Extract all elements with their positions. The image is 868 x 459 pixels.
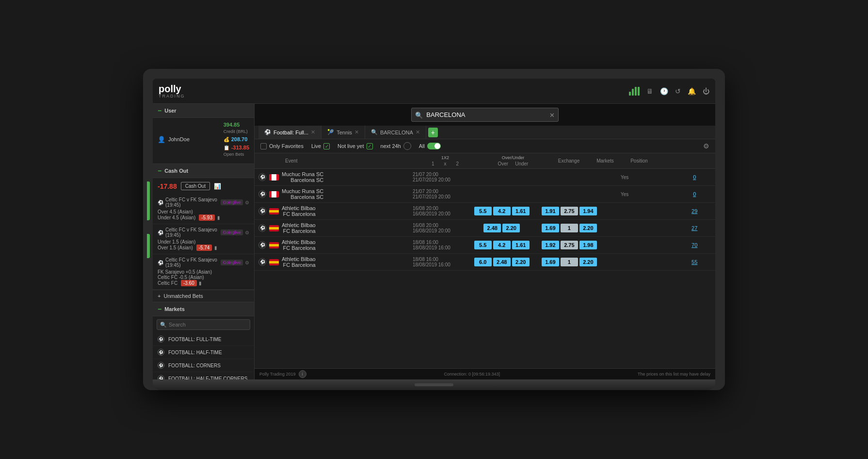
odds-mid-3[interactable]: 1	[561, 224, 578, 232]
odds-under-4[interactable]: 1.98	[579, 241, 597, 249]
odds-2-2[interactable]: 1.61	[512, 207, 530, 215]
market-item-3[interactable]: ⚽ FOOTBALL: HALF-TIME CORNERS	[153, 372, 254, 379]
logo-name: polly	[159, 84, 181, 94]
openbets-value: -313.85	[231, 145, 249, 150]
not-live-yet-checkmark[interactable]: ✓	[367, 143, 373, 149]
tab-football-close-icon[interactable]: ✕	[311, 129, 315, 135]
next-24h-toggle[interactable]	[403, 142, 411, 150]
header-col-over: Over	[498, 161, 509, 166]
tab-tennis-close-icon[interactable]: ✕	[354, 129, 359, 135]
position-link-2[interactable]: 29	[691, 208, 697, 214]
odds-over-3[interactable]: 1.69	[542, 224, 559, 232]
tab-football-fulltime[interactable]: ⚽ Football: Full... ✕	[258, 126, 321, 139]
bet-settings-icon-3[interactable]: ⚙	[245, 260, 249, 265]
filter-settings-icon[interactable]: ⚙	[703, 142, 709, 150]
position-link-0[interactable]: 0	[693, 174, 696, 180]
odds-x-3[interactable]: 2.20	[502, 224, 520, 232]
market-item-2[interactable]: ⚽ FOOTBALL: CORNERS	[153, 359, 254, 372]
only-favorites-checkbox[interactable]	[260, 143, 267, 149]
odds-mid-4[interactable]: 2.75	[561, 241, 578, 249]
global-search-bar: 🔍 ✕	[255, 104, 715, 126]
event-odds-ou-3: 1.69 1 2.20	[533, 224, 605, 232]
status-bar: Polly Trading 2019 i Connection: 0 [09:5…	[255, 368, 715, 379]
flag-es-4	[269, 242, 279, 248]
filter-all[interactable]: All	[419, 143, 441, 149]
odds-mid-5[interactable]: 1	[561, 258, 578, 266]
odds-over-2[interactable]: 1.91	[542, 207, 559, 215]
event-exchange-1: Yes	[605, 192, 643, 197]
odds-1-3[interactable]: 2.48	[483, 224, 501, 232]
sport-icon-2: ⚽	[258, 207, 266, 215]
odds-under-2[interactable]: 1.94	[579, 207, 597, 215]
filter-only-favorites[interactable]: Only Favorites	[260, 143, 304, 149]
balance-icon: 💰	[224, 137, 229, 142]
cashout-collapse-btn[interactable]: −	[158, 167, 161, 175]
bet-bar-icon-3[interactable]: ▮	[199, 280, 202, 286]
tab-barcelona-search-icon: 🔍	[371, 129, 378, 135]
monitor-icon[interactable]: 🖥	[646, 87, 653, 95]
event-away-1: Barcelona SC	[282, 194, 323, 200]
event-position-1: 0	[677, 191, 711, 197]
tabs-bar: ⚽ Football: Full... ✕ 🎾 Tennis ✕ 🔍 BARCE…	[255, 126, 715, 139]
openbets-icon: 📋	[224, 145, 229, 150]
filter-next-24h[interactable]: next 24h	[381, 142, 411, 150]
odds-1-4[interactable]: 5.5	[474, 241, 492, 249]
cashout-button[interactable]: Cash Out	[181, 182, 210, 190]
global-search-input[interactable]	[411, 108, 558, 122]
position-link-1[interactable]: 0	[693, 191, 696, 197]
bet-bar-icon-1[interactable]: ▮	[217, 215, 220, 220]
alert-icon[interactable]: 🔔	[688, 87, 696, 95]
odds-over-4[interactable]: 1.92	[542, 241, 559, 249]
header-1x2-group: 1X2 1 x 2	[414, 155, 477, 166]
tab-barcelona[interactable]: 🔍 BARCELONA ✕	[365, 126, 426, 139]
position-link-3[interactable]: 27	[691, 225, 697, 231]
global-search-clear-icon[interactable]: ✕	[549, 111, 555, 118]
bet-settings-icon-1[interactable]: ⚙	[245, 200, 249, 205]
cashout-section-label: Cash Out	[164, 168, 188, 174]
event-date-4: 18/08 16:00 18/08/2019 16:00	[413, 240, 470, 250]
odds-2-5[interactable]: 2.20	[512, 258, 530, 266]
bet-bar-icon-2[interactable]: ▮	[214, 245, 217, 250]
event-away-3: FC Barcelona	[282, 228, 316, 234]
tab-tennis[interactable]: 🎾 Tennis ✕	[321, 126, 365, 139]
odds-under-5[interactable]: 2.20	[579, 258, 597, 266]
bet-settings-icon-2[interactable]: ⚙	[245, 230, 249, 235]
odds-x-2[interactable]: 4.2	[493, 207, 511, 215]
odds-1-2[interactable]: 5.5	[474, 207, 492, 215]
odds-2-4[interactable]: 1.61	[512, 241, 530, 249]
odds-over-5[interactable]: 1.69	[542, 258, 559, 266]
odds-1-5[interactable]: 6.0	[474, 258, 492, 266]
unmatched-bets-section[interactable]: + Unmatched Bets	[153, 290, 254, 302]
filter-not-live-yet[interactable]: Not live yet ✓	[338, 143, 372, 149]
history-icon[interactable]: ↺	[675, 87, 681, 95]
power-icon[interactable]: ⏻	[703, 87, 709, 95]
events-table-header: Event 1X2 1 x 2	[255, 153, 715, 169]
markets-collapse-btn[interactable]: −	[158, 305, 161, 313]
odds-mid-2[interactable]: 2.75	[561, 207, 578, 215]
flag-es-5	[269, 259, 279, 265]
clock-icon[interactable]: 🕐	[660, 87, 668, 95]
filter-live[interactable]: Live ✓	[311, 143, 330, 149]
tab-football-label: Football: Full...	[273, 130, 308, 135]
add-tab-button[interactable]: +	[428, 128, 438, 137]
flag-es-2	[269, 208, 279, 214]
all-toggle[interactable]	[427, 143, 441, 149]
event-home-0: Muchuc Runa SC	[282, 171, 323, 177]
tab-barcelona-close-icon[interactable]: ✕	[416, 129, 420, 135]
event-home-3: Athletic Bilbao	[282, 222, 316, 228]
market-item-1[interactable]: ⚽ FOOTBALL: HALF-TIME	[153, 346, 254, 359]
odds-x-4[interactable]: 4.2	[493, 241, 511, 249]
credit-label: Credit (BRL)	[224, 129, 248, 134]
header-position: Position	[622, 158, 656, 164]
event-position-5: 55	[677, 259, 711, 265]
position-link-4[interactable]: 70	[691, 242, 697, 248]
position-link-5[interactable]: 55	[691, 259, 697, 265]
odds-x-5[interactable]: 2.48	[493, 258, 511, 266]
market-item-0[interactable]: ⚽ FOOTBALL: FULL-TIME	[153, 333, 254, 346]
odds-under-3[interactable]: 2.20	[579, 224, 597, 232]
markets-search-input[interactable]	[157, 319, 250, 330]
event-odds-1x2-4: 5.5 4.2 1.61	[470, 241, 533, 249]
only-favorites-label: Only Favorites	[269, 143, 304, 149]
live-checkmark[interactable]: ✓	[323, 143, 330, 149]
user-collapse-btn[interactable]: −	[158, 107, 161, 115]
